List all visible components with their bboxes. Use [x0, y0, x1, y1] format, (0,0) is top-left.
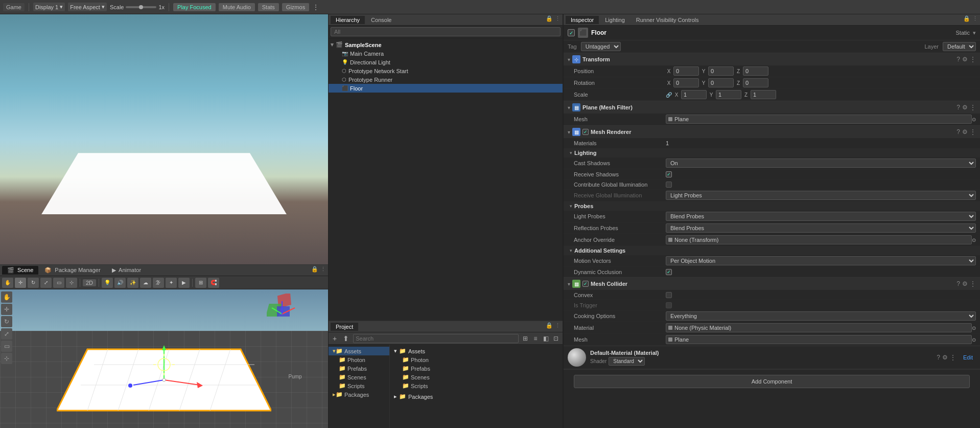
game-tab-label[interactable]: Game	[3, 3, 25, 11]
rotate-tool[interactable]: ↻	[28, 278, 39, 288]
anchor-override-field[interactable]: None (Transform)	[666, 235, 972, 244]
receive-gi-dropdown[interactable]: Light Probes	[666, 191, 976, 200]
rect-scene-btn[interactable]: ▭	[1, 341, 12, 352]
meshrenderer-settings-btn[interactable]: ⚙	[962, 128, 968, 136]
aspect-dropdown[interactable]: Free Aspect ▾	[68, 3, 107, 11]
is-trigger-checkbox[interactable]	[666, 302, 672, 308]
material-more-btn[interactable]: ⋮	[950, 354, 956, 361]
hierarchy-scene-root[interactable]: ▾ 🎬 SampleScene	[329, 40, 563, 49]
project-more-icon[interactable]: ⋮	[555, 322, 561, 329]
tab-runner-visibility[interactable]: Runner Visibility Controls	[631, 16, 704, 24]
project-sub-scenes[interactable]: 📁 Scenes	[394, 373, 558, 381]
project-folder-photon[interactable]: 📁 Photon	[329, 355, 389, 364]
project-search-input[interactable]	[354, 335, 518, 342]
transform-more-btn[interactable]: ⋮	[970, 56, 976, 63]
project-sub-prefabs[interactable]: 📁 Prefabs	[394, 364, 558, 373]
custom-scene-btn[interactable]: ⊹	[1, 353, 12, 364]
scene-more-icon[interactable]: ⋮	[320, 266, 326, 273]
tab-project[interactable]: Project	[331, 323, 358, 331]
static-arrow-btn[interactable]: ▾	[973, 30, 976, 36]
snap-toggle[interactable]: 🧲	[208, 278, 219, 288]
rot-y-input[interactable]	[708, 78, 734, 87]
meshfilter-more-btn[interactable]: ⋮	[970, 104, 976, 111]
project-folder-scripts[interactable]: 📁 Scripts	[329, 381, 389, 390]
object-active-checkbox[interactable]: ✓	[568, 29, 575, 36]
tab-package-manager[interactable]: 📦 Package Manager	[39, 266, 105, 275]
scale-z-input[interactable]	[751, 90, 776, 99]
anim-toggle[interactable]: ▶	[178, 278, 190, 288]
tab-hierarchy[interactable]: Hierarchy	[331, 16, 365, 24]
cast-shadows-dropdown[interactable]: On	[666, 159, 976, 168]
project-view-btn-2[interactable]: ≡	[531, 334, 540, 343]
shader-dropdown[interactable]: Standard	[609, 357, 645, 366]
meshcollider-help-btn[interactable]: ?	[956, 280, 960, 287]
hierarchy-item-network-start[interactable]: ▾ ⬡ Prototype Network Start	[329, 66, 563, 75]
hierarchy-search-input[interactable]	[331, 27, 561, 36]
project-slider[interactable]: ◧	[541, 334, 550, 343]
additional-subsection-header[interactable]: ▾ Additional Settings	[564, 246, 980, 255]
display-dropdown[interactable]: Display 1 ▾	[33, 3, 65, 11]
scene-lock-icon[interactable]: 🔒	[311, 266, 318, 273]
pos-x-input[interactable]	[673, 66, 699, 76]
collider-material-field[interactable]: None (Physic Material)	[666, 323, 972, 332]
probes-subsection-header[interactable]: ▾ Probes	[564, 201, 980, 211]
scale-x-input[interactable]	[681, 90, 707, 99]
cooking-options-dropdown[interactable]: Everything	[666, 311, 976, 321]
stats-button[interactable]: Stats	[258, 3, 279, 11]
rect-tool[interactable]: ▭	[53, 278, 64, 288]
edit-shader-btn[interactable]: Edit	[960, 354, 976, 361]
tab-inspector[interactable]: Inspector	[566, 16, 599, 24]
collider-mat-select-icon[interactable]: ⊙	[972, 325, 976, 331]
meshcollider-header[interactable]: ▾ ▦ ✓ Mesh Collider ? ⚙ ⋮	[564, 278, 980, 290]
fog-toggle[interactable]: 🌫	[153, 278, 164, 288]
hierarchy-item-camera[interactable]: ▾ 📷 Main Camera	[329, 49, 563, 58]
anchor-select-icon[interactable]: ⊙	[972, 237, 976, 243]
meshfilter-header[interactable]: ▾ ▦ Plane (Mesh Filter) ? ⚙ ⋮	[564, 101, 980, 114]
tab-scene[interactable]: 🎬 Scene	[2, 266, 38, 275]
view-tool-btn[interactable]: ✋	[1, 291, 12, 303]
mute-button[interactable]: Mute Audio	[219, 3, 255, 11]
project-sub-scripts[interactable]: 📁 Scripts	[394, 381, 558, 390]
pos-y-input[interactable]	[708, 66, 734, 76]
project-folder-scenes[interactable]: 📁 Scenes	[329, 373, 389, 381]
meshrenderer-header[interactable]: ▾ ▦ ✓ Mesh Renderer ? ⚙ ⋮	[564, 126, 980, 138]
light-probes-dropdown[interactable]: Blend Probes	[666, 212, 976, 221]
tag-dropdown[interactable]: Untagged	[581, 42, 621, 51]
inspector-more-icon[interactable]: ⋮	[972, 15, 978, 22]
contribute-gi-checkbox[interactable]	[666, 182, 672, 188]
pos-z-input[interactable]	[743, 66, 768, 76]
project-add-btn[interactable]: +	[331, 334, 339, 343]
effects-toggle[interactable]: ✨	[127, 278, 138, 288]
project-folder-prefabs[interactable]: 📁 Prefabs	[329, 364, 389, 373]
inspector-lock-icon[interactable]: 🔒	[963, 15, 970, 22]
move-scene-btn[interactable]: ✛	[1, 304, 12, 315]
hierarchy-lock-icon[interactable]: 🔒	[546, 15, 553, 22]
meshfilter-help-btn[interactable]: ?	[956, 104, 960, 111]
tab-lighting[interactable]: Lighting	[600, 16, 630, 24]
rot-x-input[interactable]	[673, 78, 699, 87]
hierarchy-item-floor[interactable]: ▾ ⬛ Floor	[329, 84, 563, 93]
meshrenderer-help-btn[interactable]: ?	[956, 128, 960, 136]
light-toggle[interactable]: 💡	[102, 278, 113, 288]
project-folder-assets[interactable]: ▾📁 Assets	[329, 347, 389, 355]
transform-help-btn[interactable]: ?	[956, 56, 960, 63]
move-tool[interactable]: ✛	[15, 278, 26, 288]
meshfilter-mesh-field[interactable]: Plane	[666, 115, 972, 124]
transform-tool[interactable]: ⊹	[66, 278, 77, 288]
collider-mesh-field[interactable]: Plane	[666, 335, 972, 344]
scale-tool[interactable]: ⤢	[40, 278, 52, 288]
skybox-toggle[interactable]: ☁	[140, 278, 151, 288]
meshcollider-settings-btn[interactable]: ⚙	[962, 280, 968, 287]
meshrenderer-checkbox[interactable]: ✓	[582, 129, 589, 135]
2d-toggle[interactable]: 2D	[83, 279, 96, 286]
flare-toggle[interactable]: ✦	[166, 278, 177, 288]
project-view-btn-1[interactable]: ⊞	[521, 334, 530, 343]
receive-shadows-checkbox[interactable]: ✓	[666, 171, 672, 177]
transform-settings-btn[interactable]: ⚙	[962, 56, 968, 63]
meshrenderer-more-btn[interactable]: ⋮	[970, 128, 976, 136]
scene-gizmo[interactable]	[267, 294, 297, 324]
project-sub-photon[interactable]: 📁 Photon	[394, 355, 558, 364]
transform-header[interactable]: ▾ ⊹ Transform ? ⚙ ⋮	[564, 53, 980, 65]
lighting-subsection-header[interactable]: ▾ Lighting	[564, 148, 980, 157]
rotate-scene-btn[interactable]: ↻	[1, 316, 12, 327]
